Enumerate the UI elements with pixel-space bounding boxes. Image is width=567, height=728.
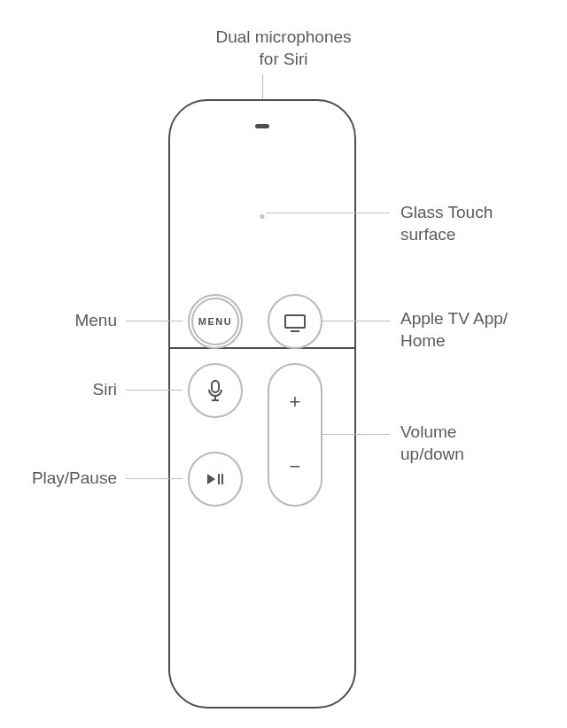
label-touch-line2: surface (400, 224, 493, 246)
label-siri-text: Siri (93, 380, 117, 399)
microphone-icon (207, 380, 223, 401)
leader-volume (322, 434, 390, 435)
leader-touch (266, 213, 390, 213)
remote-body: MENU + − (168, 99, 356, 709)
volume-rocker[interactable]: + − (268, 363, 322, 507)
play-pause-button[interactable] (188, 452, 243, 507)
leader-play (126, 478, 183, 479)
surface-divider (170, 347, 354, 349)
volume-down-icon: − (290, 454, 301, 480)
diagram-stage: Dual microphones for Siri MENU (0, 0, 567, 728)
leader-tv (322, 321, 390, 321)
leader-menu (126, 321, 183, 321)
volume-up-icon: + (290, 390, 301, 415)
touch-surface-marker-icon (260, 214, 265, 219)
menu-button[interactable]: MENU (188, 294, 243, 349)
label-play-pause-text: Play/Pause (32, 469, 117, 487)
siri-button[interactable] (188, 363, 243, 418)
label-touch-surface: Glass Touch surface (400, 202, 493, 245)
label-microphones-line1: Dual microphones (0, 27, 567, 49)
label-play-pause: Play/Pause (18, 468, 117, 490)
label-apple-tv-home: Apple TV App/ Home (400, 308, 508, 352)
menu-button-label: MENU (191, 298, 239, 345)
tv-icon (284, 314, 306, 329)
microphone-slot-icon (255, 124, 269, 128)
label-tv-line1: Apple TV App/ (400, 308, 508, 330)
play-pause-icon (207, 474, 223, 484)
label-touch-line1: Glass Touch (400, 202, 493, 224)
label-menu: Menu (35, 310, 117, 332)
label-tv-line2: Home (400, 330, 508, 352)
label-microphones: Dual microphones for Siri (0, 27, 567, 70)
svg-rect-0 (212, 381, 219, 392)
label-volume: Volume up/down (400, 422, 464, 465)
label-menu-text: Menu (74, 311, 117, 329)
label-volume-line2: up/down (400, 444, 464, 466)
leader-siri (126, 390, 183, 391)
label-microphones-line2: for Siri (0, 49, 567, 71)
apple-tv-home-button[interactable] (268, 294, 322, 349)
label-siri: Siri (35, 379, 117, 401)
label-volume-line1: Volume (400, 422, 464, 444)
